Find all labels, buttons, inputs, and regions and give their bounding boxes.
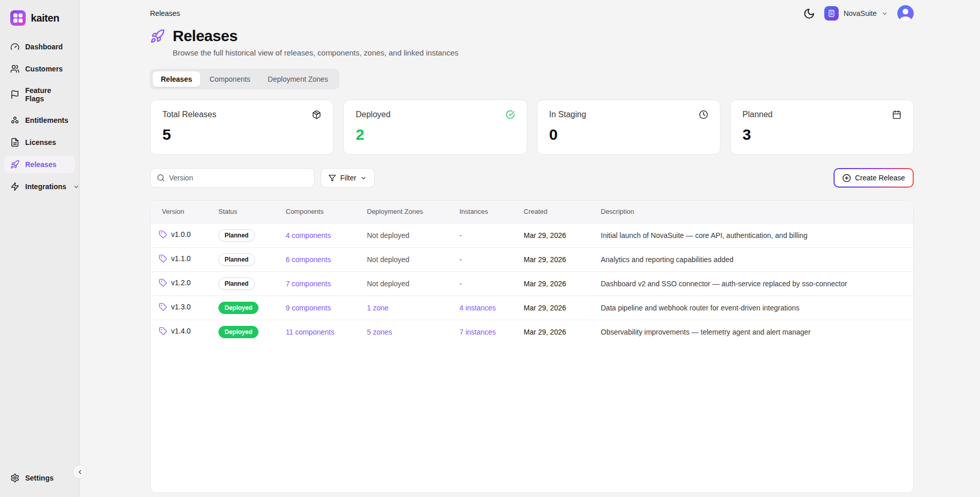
column-header: Deployment Zones — [361, 200, 453, 223]
sidebar-item-entitlements[interactable]: Entitlements — [4, 112, 75, 129]
instances-text: - — [459, 231, 462, 240]
sidebar-collapse-button[interactable] — [72, 465, 87, 479]
chevron-down-icon — [881, 10, 888, 17]
column-header: Components — [280, 200, 361, 223]
components-link[interactable]: 4 components — [286, 231, 331, 240]
avatar[interactable] — [897, 5, 914, 22]
status-badge: Planned — [218, 229, 255, 242]
clock-icon — [699, 110, 708, 119]
tag-icon — [159, 230, 167, 238]
theme-toggle-button[interactable] — [803, 8, 815, 20]
tag-icon — [159, 254, 167, 263]
tab-components[interactable]: Components — [201, 71, 258, 87]
rocket-icon — [10, 160, 20, 169]
stat-value: 0 — [549, 126, 708, 143]
topbar: Releases NovaSuite — [150, 0, 914, 21]
stat-label: In Staging — [549, 110, 586, 119]
rocket-icon — [150, 29, 165, 44]
zones-link[interactable]: 1 zone — [367, 304, 389, 312]
zones-text: Not deployed — [367, 280, 410, 288]
stat-label: Planned — [743, 110, 773, 119]
settings-label: Settings — [25, 474, 53, 482]
instances-text: - — [459, 280, 462, 288]
zones-text: Not deployed — [367, 231, 410, 240]
release-version: v1.3.0 — [171, 303, 191, 311]
table-row[interactable]: v1.3.0Deployed9 components1 zone4 instan… — [151, 296, 913, 320]
gear-icon — [10, 473, 20, 483]
page-header: Releases — [150, 26, 914, 46]
sidebar-item-customers[interactable]: Customers — [4, 60, 75, 78]
created-date: Mar 29, 2026 — [524, 255, 566, 264]
tag-icon — [159, 279, 167, 287]
sidebar-item-label: Customers — [25, 65, 63, 73]
table-row[interactable]: v1.1.0Planned6 componentsNot deployed-Ma… — [151, 247, 913, 271]
stats-row: Total Releases5Deployed2In Staging0Plann… — [150, 100, 914, 155]
package-icon — [312, 110, 321, 119]
tab-releases[interactable]: Releases — [153, 71, 200, 87]
sidebar-item-label: Releases — [25, 160, 57, 169]
table-row[interactable]: v1.2.0Planned7 componentsNot deployed-Ma… — [151, 271, 913, 296]
plus-circle-icon — [842, 174, 851, 182]
stat-card-planned: Planned3 — [730, 100, 914, 155]
boxes-icon — [10, 116, 20, 125]
release-description: Dashboard v2 and SSO connector — auth-se… — [601, 280, 847, 288]
components-link[interactable]: 9 components — [286, 304, 331, 312]
funnel-icon — [328, 174, 336, 182]
table-row[interactable]: v1.4.0Deployed11 components5 zones7 inst… — [151, 320, 913, 344]
search-input[interactable] — [169, 174, 308, 182]
stat-card-in-staging: In Staging0 — [537, 100, 720, 155]
stat-value: 2 — [356, 126, 514, 143]
sidebar-item-integrations[interactable]: Integrations — [4, 178, 75, 195]
instances-link[interactable]: 4 instances — [459, 304, 496, 312]
stat-value: 5 — [162, 126, 321, 143]
building-icon — [824, 6, 839, 21]
release-description: Analytics and reporting capabilities add… — [601, 255, 733, 264]
flag-icon — [10, 90, 20, 99]
created-date: Mar 29, 2026 — [524, 328, 566, 336]
sidebar-item-releases[interactable]: Releases — [4, 156, 75, 173]
release-version: v1.1.0 — [171, 254, 191, 263]
zones-link[interactable]: 5 zones — [367, 328, 392, 336]
stat-label: Deployed — [356, 110, 391, 119]
column-header: Created — [517, 200, 595, 223]
chevron-down-icon — [360, 175, 367, 181]
sidebar-item-label: Feature Flags — [25, 86, 69, 103]
filter-button[interactable]: Filter — [321, 168, 375, 188]
file-text-icon — [10, 138, 20, 147]
release-description: Data pipeline and webhook router for eve… — [601, 304, 800, 312]
search-icon — [157, 174, 165, 182]
check-circle-icon — [506, 110, 515, 119]
components-link[interactable]: 6 components — [286, 255, 331, 264]
create-release-label: Create Release — [855, 174, 905, 182]
components-link[interactable]: 7 components — [286, 280, 331, 288]
stat-label: Total Releases — [162, 110, 216, 119]
releases-table-card: VersionStatusComponentsDeployment ZonesI… — [150, 200, 914, 493]
instances-link[interactable]: 7 instances — [459, 328, 496, 336]
created-date: Mar 29, 2026 — [524, 304, 566, 312]
sidebar-item-settings[interactable]: Settings — [4, 469, 75, 487]
table-row[interactable]: v1.0.0Planned4 componentsNot deployed-Ma… — [151, 223, 913, 247]
org-switcher[interactable]: NovaSuite — [824, 6, 888, 21]
sidebar-nav: DashboardCustomersFeature FlagsEntitleme… — [0, 38, 79, 469]
release-description: Observability improvements — telemetry a… — [601, 328, 811, 336]
components-link[interactable]: 11 components — [286, 328, 335, 336]
release-description: Initial launch of NovaSuite — core API, … — [601, 231, 807, 240]
users-icon — [10, 64, 20, 73]
brand-logo[interactable]: kaiten — [0, 0, 79, 38]
sidebar-item-feature-flags[interactable]: Feature Flags — [4, 82, 75, 107]
sidebar-item-label: Dashboard — [25, 43, 63, 51]
create-release-button[interactable]: Create Release — [834, 168, 914, 188]
main-content: Releases NovaSuite — [80, 0, 980, 497]
created-date: Mar 29, 2026 — [524, 231, 566, 240]
release-version: v1.2.0 — [171, 279, 191, 287]
tab-deployment-zones[interactable]: Deployment Zones — [260, 71, 337, 87]
org-name: NovaSuite — [843, 9, 877, 17]
sidebar-item-label: Entitlements — [25, 116, 68, 124]
calendar-icon — [892, 110, 901, 119]
tab-list: ReleasesComponentsDeployment Zones — [150, 69, 339, 89]
instances-text: - — [459, 255, 462, 264]
sidebar-item-dashboard[interactable]: Dashboard — [4, 38, 75, 56]
created-date: Mar 29, 2026 — [524, 280, 566, 288]
release-version: v1.4.0 — [171, 327, 191, 335]
sidebar-item-licenses[interactable]: Licenses — [4, 134, 75, 151]
